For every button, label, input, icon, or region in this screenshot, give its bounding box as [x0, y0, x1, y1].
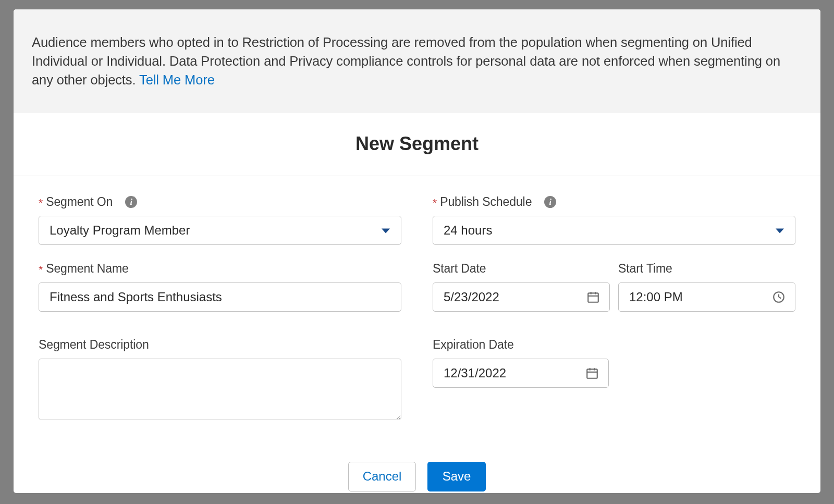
segment-on-select[interactable]: Loyalty Program Member: [39, 216, 401, 245]
required-marker: *: [433, 196, 437, 209]
segment-on-label-row: * Segment On i: [39, 195, 401, 210]
publish-schedule-select[interactable]: 24 hours: [433, 216, 795, 245]
chevron-down-icon: [382, 228, 390, 233]
start-time-label: Start Time: [618, 262, 672, 276]
start-date-input[interactable]: 5/23/2022: [433, 282, 610, 312]
required-marker: *: [39, 263, 43, 276]
tell-me-more-link[interactable]: Tell Me More: [139, 72, 215, 87]
modal-header: New Segment: [14, 113, 820, 176]
segment-on-select-wrap: Loyalty Program Member: [39, 216, 401, 245]
start-datetime-field: Start Date 5/23/2022: [433, 262, 795, 312]
calendar-icon: [585, 366, 599, 380]
start-date-label-row: Start Date: [433, 262, 610, 276]
segment-on-value: Loyalty Program Member: [50, 223, 390, 238]
start-time-label-row: Start Time: [618, 262, 795, 276]
new-segment-modal: Audience members who opted in to Restric…: [14, 9, 820, 493]
segment-description-label-row: Segment Description: [39, 338, 401, 352]
modal-title: New Segment: [14, 133, 820, 155]
segment-name-label: Segment Name: [46, 262, 129, 276]
expiration-date-wrap: 12/31/2022: [433, 359, 609, 388]
start-date-value: 5/23/2022: [444, 290, 599, 304]
segment-description-label: Segment Description: [39, 338, 149, 352]
expiration-date-input[interactable]: 12/31/2022: [433, 359, 609, 388]
expiration-date-label: Expiration Date: [433, 338, 514, 352]
expiration-date-field: Expiration Date 12/31/2022: [433, 338, 795, 388]
segment-name-value: Fitness and Sports Enthusiasts: [50, 290, 390, 304]
segment-description-field: Segment Description: [39, 338, 401, 422]
start-date-sub: Start Date 5/23/2022: [433, 262, 610, 312]
svg-rect-0: [588, 293, 598, 302]
form-left-column: * Segment On i Loyalty Program Member *: [39, 195, 401, 439]
form-body: * Segment On i Loyalty Program Member *: [14, 176, 820, 449]
chevron-down-icon: [776, 228, 784, 233]
svg-rect-7: [587, 369, 597, 378]
segment-on-field: * Segment On i Loyalty Program Member: [39, 195, 401, 245]
publish-schedule-label-row: * Publish Schedule i: [433, 195, 795, 210]
svg-line-6: [779, 297, 781, 298]
start-time-sub: Start Time 12:00 PM: [618, 262, 795, 312]
publish-schedule-field: * Publish Schedule i 24 hours: [433, 195, 795, 245]
clock-icon: [772, 290, 786, 304]
publish-schedule-label: Publish Schedule: [440, 195, 532, 209]
expiration-date-value: 12/31/2022: [444, 366, 598, 380]
info-banner: Audience members who opted in to Restric…: [14, 9, 820, 113]
start-datetime-row: Start Date 5/23/2022: [433, 262, 795, 312]
start-time-value: 12:00 PM: [629, 290, 784, 304]
segment-name-input[interactable]: Fitness and Sports Enthusiasts: [39, 282, 401, 312]
segment-description-textarea[interactable]: [39, 359, 401, 420]
publish-schedule-select-wrap: 24 hours: [433, 216, 795, 245]
modal-footer: Cancel Save: [14, 449, 820, 493]
cancel-button[interactable]: Cancel: [348, 462, 416, 491]
calendar-icon: [586, 290, 600, 304]
info-icon[interactable]: i: [544, 196, 556, 208]
save-button[interactable]: Save: [427, 462, 486, 491]
publish-schedule-value: 24 hours: [444, 223, 784, 238]
segment-name-label-row: * Segment Name: [39, 262, 401, 276]
expiration-date-label-row: Expiration Date: [433, 338, 795, 352]
start-time-input[interactable]: 12:00 PM: [618, 282, 795, 312]
info-icon[interactable]: i: [125, 196, 137, 208]
start-date-label: Start Date: [433, 262, 486, 276]
required-marker: *: [39, 196, 43, 209]
segment-name-field: * Segment Name Fitness and Sports Enthus…: [39, 262, 401, 312]
form-right-column: * Publish Schedule i 24 hours: [433, 195, 795, 439]
segment-on-label: Segment On: [46, 195, 113, 209]
modal-backdrop: Audience members who opted in to Restric…: [0, 0, 834, 504]
